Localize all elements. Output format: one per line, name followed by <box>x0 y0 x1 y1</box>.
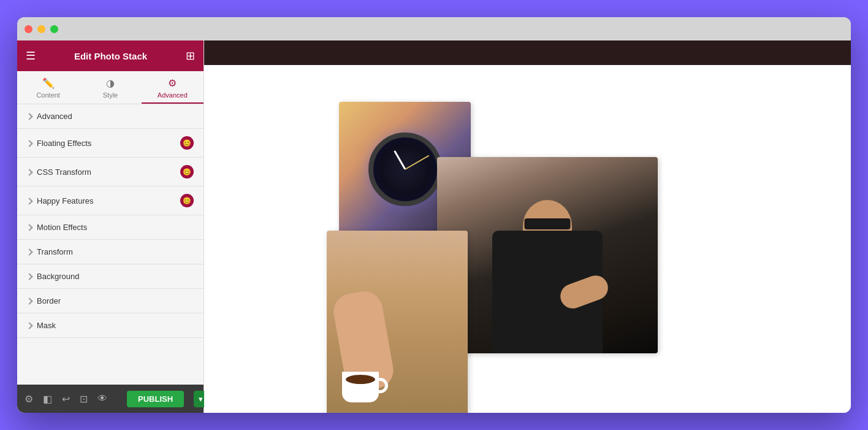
watch-minute-hand <box>405 155 429 170</box>
section-css-left: CSS Transform <box>27 167 91 177</box>
man-arm <box>557 272 612 312</box>
history-icon[interactable]: ↩ <box>62 393 70 405</box>
section-floating-effects[interactable]: Floating Effects 😊 <box>17 129 204 158</box>
section-transform[interactable]: Transform <box>17 240 204 264</box>
watch-hour-hand <box>394 150 406 170</box>
tab-style-label: Style <box>103 91 118 99</box>
cup-handle <box>376 378 388 393</box>
publish-button[interactable]: PUBLISH <box>127 391 184 407</box>
section-mask[interactable]: Mask <box>17 313 204 338</box>
section-floating-label: Floating Effects <box>37 139 91 148</box>
grid-icon[interactable]: ⊞ <box>186 49 195 63</box>
section-mask-label: Mask <box>37 321 56 330</box>
gear-icon: ⚙ <box>168 77 177 89</box>
close-button[interactable] <box>25 25 32 33</box>
style-icon: ◑ <box>106 77 115 89</box>
canvas-topbar <box>204 40 851 65</box>
minimize-button[interactable] <box>37 25 45 33</box>
tab-advanced-label: Advanced <box>158 91 188 99</box>
app-window: ☰ Edit Photo Stack ⊞ ✏️ Content ◑ Style … <box>17 17 851 413</box>
section-border-left: Border <box>27 296 61 305</box>
section-motion-label: Motion Effects <box>37 223 87 232</box>
coffee-image <box>327 231 468 413</box>
sidebar-sections: Advanced Floating Effects 😊 CSS T <box>17 104 204 385</box>
section-border[interactable]: Border <box>17 289 204 313</box>
section-css-transform[interactable]: CSS Transform 😊 <box>17 158 204 186</box>
man-glasses <box>525 218 571 229</box>
section-mask-left: Mask <box>27 321 56 330</box>
sidebar: ☰ Edit Photo Stack ⊞ ✏️ Content ◑ Style … <box>17 40 204 413</box>
happy-badge: 😊 <box>180 194 194 207</box>
chevron-icon <box>26 169 32 175</box>
watch-face <box>368 132 442 206</box>
chevron-icon <box>26 248 32 255</box>
section-advanced-label: Advanced <box>37 112 72 121</box>
cup <box>342 372 379 402</box>
section-motion-left: Motion Effects <box>27 223 87 232</box>
floating-badge: 😊 <box>180 136 194 150</box>
tab-content[interactable]: ✏️ Content <box>17 71 79 104</box>
chevron-icon <box>26 224 32 231</box>
section-advanced-left: Advanced <box>27 112 72 121</box>
section-background-label: Background <box>37 272 79 281</box>
section-border-label: Border <box>37 296 61 305</box>
main-content: ☰ Edit Photo Stack ⊞ ✏️ Content ◑ Style … <box>17 40 851 413</box>
maximize-button[interactable] <box>50 25 58 33</box>
man-silhouette <box>486 194 609 353</box>
man-image <box>437 157 658 353</box>
section-happy-left: Happy Features <box>27 196 94 205</box>
chevron-icon <box>26 273 32 280</box>
tab-content-label: Content <box>36 91 60 99</box>
css-badge: 😊 <box>180 165 194 179</box>
hamburger-icon[interactable]: ☰ <box>26 49 36 63</box>
photo-man[interactable] <box>437 157 658 353</box>
coffee-liquid <box>346 375 375 384</box>
section-background[interactable]: Background <box>17 264 204 289</box>
photo-coffee[interactable] <box>327 231 468 413</box>
badge-icon: 😊 <box>183 168 191 176</box>
chevron-icon <box>26 198 32 204</box>
bottom-toolbar: ⚙ ◧ ↩ ⊡ 👁 PUBLISH ▾ <box>17 385 204 413</box>
section-transform-left: Transform <box>27 247 73 256</box>
title-bar <box>17 17 851 40</box>
badge-icon: 😊 <box>183 139 191 147</box>
photo-stack <box>204 65 851 413</box>
section-css-label: CSS Transform <box>37 167 91 177</box>
canvas-area <box>204 40 851 413</box>
section-motion-effects[interactable]: Motion Effects <box>17 215 204 240</box>
responsive-icon[interactable]: ⊡ <box>80 393 88 405</box>
preview-icon[interactable]: 👁 <box>97 393 107 404</box>
tab-style[interactable]: ◑ Style <box>79 71 141 104</box>
section-happy-features[interactable]: Happy Features 😊 <box>17 186 204 215</box>
tab-advanced[interactable]: ⚙ Advanced <box>142 71 204 104</box>
badge-icon: 😊 <box>183 197 191 205</box>
chevron-icon <box>26 140 32 147</box>
pencil-icon: ✏️ <box>42 77 55 89</box>
section-bg-left: Background <box>27 272 79 281</box>
section-transform-label: Transform <box>37 247 73 256</box>
section-floating-left: Floating Effects <box>27 139 91 148</box>
settings-icon[interactable]: ⚙ <box>25 393 33 405</box>
tab-bar: ✏️ Content ◑ Style ⚙ Advanced <box>17 71 204 104</box>
sidebar-header: ☰ Edit Photo Stack ⊞ <box>17 40 204 71</box>
sidebar-title: Edit Photo Stack <box>74 51 147 61</box>
chevron-icon <box>26 322 32 329</box>
chevron-icon <box>26 113 32 120</box>
chevron-icon <box>26 298 32 304</box>
section-happy-label: Happy Features <box>37 196 94 205</box>
man-body <box>492 231 603 353</box>
layers-icon[interactable]: ◧ <box>43 393 52 405</box>
section-advanced[interactable]: Advanced <box>17 104 204 129</box>
